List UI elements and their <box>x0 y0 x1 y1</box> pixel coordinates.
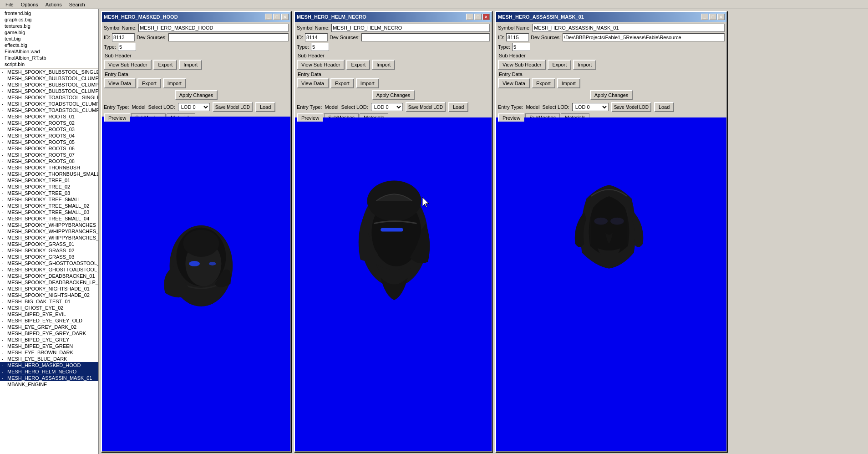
list-item[interactable]: MESH_SPOOKY_WHIPPYBRANCHES_DE <box>0 228 98 235</box>
list-item[interactable]: MESH_SPOOKY_TREE_SMALL_02 <box>0 203 98 209</box>
list-item[interactable]: MESH_EYE_BLUE_DARK <box>0 356 98 362</box>
export-btn-1a[interactable]: Export <box>153 60 177 70</box>
list-item[interactable]: MESH_SPOOKY_ROOTS_01 <box>0 113 98 120</box>
list-item[interactable]: MESH_SPOOKY_ROOTS_03 <box>0 126 98 133</box>
list-item[interactable]: MESH_BIPED_EYE_GREY <box>0 337 98 343</box>
file-item[interactable]: FinalAlbion.wad <box>2 48 96 55</box>
import-btn-3b[interactable]: Import <box>557 78 580 88</box>
load-btn-1[interactable]: Load <box>255 102 275 112</box>
dev-input-2[interactable] <box>361 33 490 41</box>
list-item[interactable]: MESH_SPOOKY_WHIPPYBRANCHES <box>0 222 98 228</box>
list-item[interactable]: MESH_BIPED_EYE_GREEN <box>0 343 98 349</box>
list-item[interactable]: MESH_BIPED_EYE_EVIL <box>0 311 98 317</box>
list-item[interactable]: MESH_BIPED_EYE_GREY_OLD <box>0 317 98 324</box>
list-item[interactable]: MESH_SPOOKY_ROOTS_08 <box>0 158 98 164</box>
symbol-input-1[interactable] <box>138 24 289 32</box>
type-input-3[interactable] <box>512 43 530 51</box>
type-input-2[interactable] <box>311 43 329 51</box>
list-item[interactable]: MESH_SPOOKY_NIGHTSHADE_02 <box>0 292 98 298</box>
apply-changes-btn-1[interactable]: Apply Changes <box>175 90 218 100</box>
save-model-lod-btn-3[interactable]: Save Model LOD <box>611 102 651 112</box>
list-item[interactable]: MESH_SPOOKY_TOADSTOOL_CLUMP_01 <box>0 101 98 107</box>
list-item[interactable]: MESH_SPOOKY_TREE_02 <box>0 184 98 190</box>
list-item[interactable]: MESH_SPOOKY_ROOTS_07 <box>0 152 98 158</box>
tab-preview-2[interactable]: Preview <box>297 113 323 122</box>
menu-file[interactable]: File <box>2 1 17 8</box>
view-sub-header-btn-2[interactable]: View Sub Header <box>297 60 345 70</box>
list-item[interactable]: MESH_BIG_OAK_TEST_01 <box>0 298 98 305</box>
maximize-btn-2[interactable]: □ <box>474 14 482 20</box>
save-model-lod-btn-2[interactable]: Save Model LOD <box>406 102 446 112</box>
type-input-1[interactable] <box>118 43 136 51</box>
preview-area-2[interactable] <box>295 117 492 451</box>
minimize-btn-3[interactable]: _ <box>701 14 708 20</box>
apply-changes-btn-2[interactable]: Apply Changes <box>372 90 415 100</box>
minimize-btn-2[interactable]: _ <box>466 14 473 20</box>
menu-actions[interactable]: Actions <box>42 1 66 8</box>
list-item[interactable]: MESH_EYE_BROWN_DARK <box>0 349 98 356</box>
file-item[interactable]: effects.big <box>2 42 96 48</box>
list-item[interactable]: MESH_SPOOKY_ROOTS_04 <box>0 133 98 139</box>
list-item[interactable]: MESH_SPOOKY_NIGHTSHADE_01 <box>0 286 98 292</box>
export-btn-1b[interactable]: Export <box>137 78 161 88</box>
id-input-3[interactable] <box>506 33 529 41</box>
list-item[interactable]: MESH_SPOOKY_TREE_01 <box>0 177 98 184</box>
export-btn-2b[interactable]: Export <box>330 78 354 88</box>
menu-search[interactable]: Search <box>66 1 89 8</box>
list-item[interactable]: MESH_SPOOKY_DEADBRACKEN_01 <box>0 273 98 279</box>
dev-input-1[interactable] <box>168 33 289 41</box>
maximize-btn-1[interactable]: □ <box>273 14 280 20</box>
symbol-input-2[interactable] <box>331 24 490 32</box>
dev-input-3[interactable] <box>563 33 725 41</box>
close-btn-3[interactable]: × <box>717 14 725 20</box>
list-item[interactable]: MESH_SPOOKY_THORNBUSH <box>0 164 98 171</box>
preview-area-1[interactable] <box>102 117 290 451</box>
list-item[interactable]: MESH_SPOOKY_ROOTS_06 <box>0 145 98 152</box>
export-btn-3b[interactable]: Export <box>532 78 555 88</box>
list-item[interactable]: MESH_SPOOKY_GRASS_02 <box>0 247 98 254</box>
lod-select-2[interactable]: LOD 0 <box>371 103 403 111</box>
list-item[interactable]: MESH_SPOOKY_BULBSTOOL_SINGLE <box>0 69 98 75</box>
list-item[interactable]: MESH_SPOOKY_TOADSTOOL_CLUMP_02 <box>0 107 98 113</box>
list-item[interactable]: MESH_SPOOKY_GRASS_03 <box>0 254 98 260</box>
list-item[interactable]: MESH_SPOOKY_BULBSTOOL_CLUMP_ME <box>0 82 98 88</box>
list-item[interactable]: MESH_EYE_GREY_DARK_02 <box>0 324 98 330</box>
close-btn-2[interactable]: × <box>482 14 490 20</box>
maximize-btn-3[interactable]: □ <box>709 14 716 20</box>
list-item[interactable]: MESH_SPOOKY_GHOSTTOADSTOOL_01 <box>0 260 98 266</box>
load-btn-2[interactable]: Load <box>448 102 468 112</box>
id-input-2[interactable] <box>305 33 328 41</box>
list-item[interactable]: MESH_SPOOKY_BULBSTOOL_CLUMP_B <box>0 75 98 82</box>
list-item[interactable]: MESH_SPOOKY_TREE_SMALL_04 <box>0 215 98 222</box>
list-item-assassin-mask[interactable]: MESH_HERO_ASSASSIN_MASK_01 <box>0 375 98 381</box>
lod-select-3[interactable]: LOD 0 <box>572 103 609 111</box>
export-btn-3a[interactable]: Export <box>548 60 571 70</box>
export-btn-2a[interactable]: Export <box>346 60 370 70</box>
view-data-btn-1[interactable]: View Data <box>104 78 136 88</box>
import-btn-2b[interactable]: Import <box>356 78 379 88</box>
file-item[interactable]: graphics.big <box>2 16 96 23</box>
apply-changes-btn-3[interactable]: Apply Changes <box>590 90 633 100</box>
list-item[interactable]: MESH_SPOOKY_DEADBRACKEN_LP_01 <box>0 279 98 286</box>
load-btn-3[interactable]: Load <box>654 102 674 112</box>
symbol-input-3[interactable] <box>533 24 725 32</box>
list-item[interactable]: MESH_SPOOKY_GRASS_01 <box>0 241 98 247</box>
file-item[interactable]: textures.big <box>2 23 96 29</box>
file-item[interactable]: game.big <box>2 29 96 36</box>
view-sub-header-btn-1[interactable]: View Sub Header <box>104 60 152 70</box>
list-item[interactable]: MESH_SPOOKY_TREE_03 <box>0 190 98 196</box>
list-item[interactable]: MESH_GHOST_EYE_02 <box>0 305 98 311</box>
file-item[interactable]: frontend.big <box>2 10 96 16</box>
file-item[interactable]: FinalAlbion_RT.stb <box>2 55 96 61</box>
save-model-lod-btn-1[interactable]: Save Model LOD <box>213 102 253 112</box>
list-item[interactable]: MESH_SPOOKY_TREE_SMALL_03 <box>0 209 98 215</box>
file-item[interactable]: script.bin <box>2 61 96 67</box>
lod-select-1[interactable]: LOD 0 <box>178 103 210 111</box>
list-item[interactable]: MESH_SPOOKY_ROOTS_05 <box>0 139 98 145</box>
list-item[interactable]: MESH_SPOOKY_WHIPPYBRANCHES_POL <box>0 235 98 241</box>
list-item-mbank[interactable]: MBANK_ENGINE <box>0 381 98 388</box>
tab-preview-3[interactable]: Preview <box>498 113 524 122</box>
list-item[interactable]: MESH_SPOOKY_THORNBUSH_SMALL <box>0 171 98 177</box>
list-item[interactable]: MESH_SPOOKY_GHOSTTOADSTOOL_CL <box>0 266 98 273</box>
minimize-btn-1[interactable]: _ <box>265 14 272 20</box>
